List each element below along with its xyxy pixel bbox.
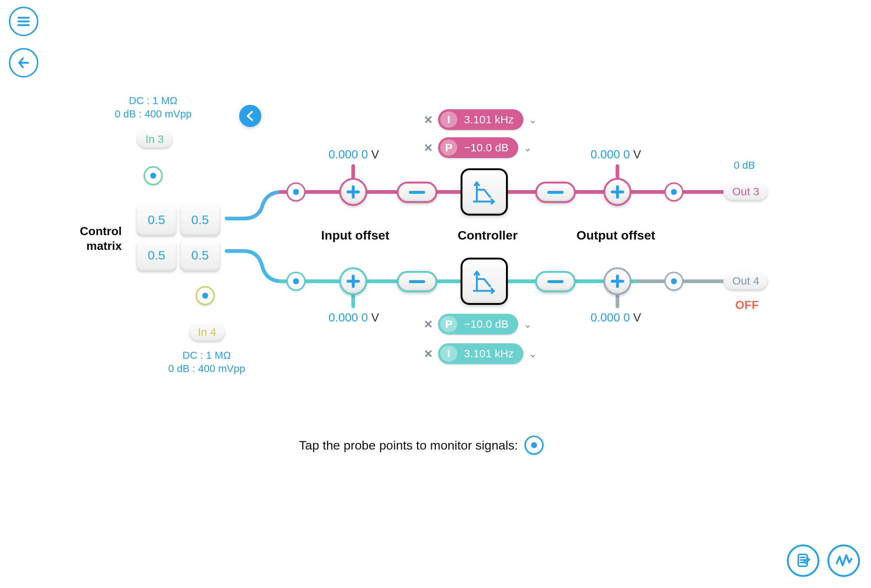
bottom-minus-2[interactable]: [535, 271, 576, 292]
probe-hint-text: Tap the probe points to monitor signals:: [299, 438, 518, 453]
waveform-icon: [835, 552, 852, 569]
top-minus-1[interactable]: [397, 182, 437, 203]
chevron-down-icon[interactable]: ⌄: [523, 142, 532, 154]
param-bottom-I-row: ✕ I 3.101 kHz ⌄: [424, 343, 537, 364]
remove-top-I[interactable]: ✕: [424, 113, 433, 126]
scope-button[interactable]: [828, 545, 860, 577]
input-3-label: In 3: [145, 133, 164, 145]
menu-icon: [15, 13, 32, 30]
param-top-I-chip[interactable]: I 3.101 kHz: [438, 109, 523, 130]
output-4-pill[interactable]: Out 4: [723, 272, 768, 290]
in3-info-l1: DC : 1 MΩ: [129, 95, 177, 106]
probe-top-2[interactable]: [664, 183, 684, 202]
chevron-left-icon: [245, 110, 256, 121]
notes-button[interactable]: [787, 545, 819, 577]
output-4-label: Out 4: [732, 275, 759, 287]
param-bottom-P-chip[interactable]: P −10.0 dB: [438, 314, 518, 334]
matrix-cell-10[interactable]: 0.5: [136, 239, 177, 271]
control-matrix-label: Control matrix: [74, 224, 122, 253]
section-input-offset: Input offset: [321, 228, 389, 242]
param-top-I-row: ✕ I 3.101 kHz ⌄: [424, 109, 537, 130]
param-top-P-row: ✕ P −10.0 dB ⌄: [424, 137, 532, 158]
top-output-offset-value[interactable]: 0.000 0 V: [591, 148, 641, 161]
transfer-icon: [470, 177, 499, 207]
in3-info: DC : 1 MΩ 0 dB : 400 mVpp: [111, 94, 196, 121]
remove-bottom-P[interactable]: ✕: [424, 318, 433, 331]
section-output-offset: Output offset: [576, 228, 655, 242]
param-bottom-I-chip[interactable]: I 3.101 kHz: [438, 343, 523, 364]
transfer-icon: [470, 266, 499, 296]
probe-bottom-1[interactable]: [286, 272, 305, 291]
menu-button[interactable]: [9, 7, 38, 36]
bottom-output-offset-value[interactable]: 0.000 0 V: [591, 311, 641, 325]
bottom-minus-1[interactable]: [397, 271, 437, 292]
back-button[interactable]: [9, 48, 38, 78]
param-bottom-I-tag: I: [440, 346, 457, 362]
output-3-pill[interactable]: Out 3: [723, 183, 768, 201]
output-3-label: Out 3: [732, 185, 759, 197]
param-bottom-P-tag: P: [440, 316, 457, 332]
controller-bottom[interactable]: [461, 257, 508, 305]
chevron-down-icon[interactable]: ⌄: [528, 114, 537, 126]
probe-in3[interactable]: [144, 166, 163, 185]
probe-in4[interactable]: [196, 286, 215, 305]
notes-icon: [795, 552, 811, 569]
in4-info-l1: DC : 1 MΩ: [182, 350, 230, 361]
input-4-pill[interactable]: In 4: [189, 323, 225, 341]
top-minus-2[interactable]: [535, 182, 576, 203]
param-bottom-P-row: ✕ P −10.0 dB ⌄: [424, 314, 532, 334]
chevron-down-icon[interactable]: ⌄: [523, 318, 532, 331]
in3-info-l2: 0 dB : 400 mVpp: [115, 108, 192, 120]
in4-info-l2: 0 dB : 400 mVpp: [168, 363, 245, 374]
out4-state: OFF: [735, 298, 759, 312]
chevron-down-icon[interactable]: ⌄: [528, 348, 537, 360]
controller-top[interactable]: [461, 168, 508, 215]
param-top-I-value: 3.101 kHz: [464, 113, 514, 126]
input-3-pill[interactable]: In 3: [136, 130, 173, 148]
top-input-offset-plus[interactable]: [339, 178, 367, 206]
arrow-left-icon: [15, 55, 32, 71]
param-bottom-I-value: 3.101 kHz: [464, 347, 514, 360]
input-4-label: In 4: [198, 326, 216, 338]
probe-hint-icon: [524, 435, 544, 455]
top-output-offset-plus[interactable]: [603, 178, 632, 206]
param-bottom-P-value: −10.0 dB: [464, 318, 509, 331]
matrix-cell-00[interactable]: 0.5: [136, 204, 177, 235]
param-top-P-tag: P: [440, 139, 457, 156]
top-input-offset-value[interactable]: 0.000 0 V: [328, 148, 379, 161]
remove-bottom-I[interactable]: ✕: [424, 347, 433, 360]
probe-top-1[interactable]: [286, 183, 305, 202]
control-matrix: 0.5 0.5 0.5 0.5: [136, 204, 220, 271]
probe-hint: Tap the probe points to monitor signals:: [299, 435, 544, 455]
out3-gain: 0 dB: [734, 159, 755, 172]
probe-bottom-2[interactable]: [664, 272, 684, 291]
bottom-input-offset-plus[interactable]: [339, 267, 367, 295]
param-top-I-tag: I: [440, 111, 457, 128]
remove-top-P[interactable]: ✕: [424, 141, 433, 154]
param-top-P-chip[interactable]: P −10.0 dB: [438, 137, 518, 158]
param-top-P-value: −10.0 dB: [464, 141, 509, 154]
in4-info: DC : 1 MΩ 0 dB : 400 mVpp: [151, 349, 262, 376]
matrix-cell-11[interactable]: 0.5: [180, 239, 220, 271]
bottom-input-offset-value[interactable]: 0.000 0 V: [328, 311, 379, 325]
matrix-cell-01[interactable]: 0.5: [180, 204, 220, 235]
bottom-output-offset-plus[interactable]: [603, 267, 632, 295]
collapse-button[interactable]: [239, 105, 261, 127]
section-controller: Controller: [458, 228, 518, 242]
